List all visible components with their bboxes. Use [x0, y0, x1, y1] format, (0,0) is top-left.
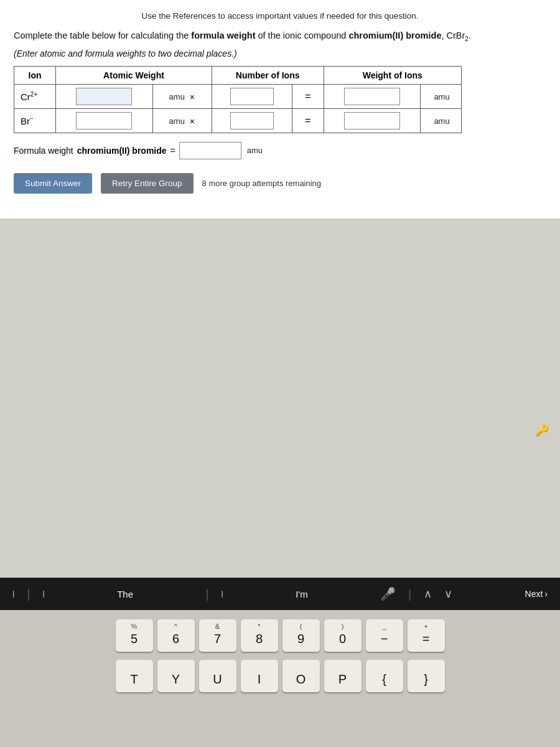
- fw-label-prefix: Formula weight: [14, 146, 73, 156]
- col-header-atomic-weight: Atomic Weight: [56, 66, 212, 84]
- key-p[interactable]: P: [324, 660, 362, 692]
- ion-cr-label: Cr2+: [14, 84, 56, 108]
- dict-word-3[interactable]: The: [117, 589, 133, 599]
- weight-ions-br-cell[interactable]: [324, 108, 421, 133]
- key-9[interactable]: ( 9: [282, 619, 320, 652]
- key-0[interactable]: ) 0: [324, 619, 362, 652]
- chevron-down-icon[interactable]: ∨: [444, 587, 452, 601]
- key-t[interactable]: T: [116, 660, 153, 692]
- next-chevron-icon: ›: [544, 589, 548, 599]
- dict-sep-1: |: [27, 587, 30, 601]
- keyboard-area: % 5 ^ 6 & 7 * 8 ( 9 ) 0 _ − + =: [0, 610, 560, 747]
- key-6[interactable]: ^ 6: [157, 619, 195, 652]
- italic-note: (Enter atomic and formula weights to two…: [14, 49, 546, 59]
- key-close-brace[interactable]: }: [408, 660, 445, 692]
- key-minus[interactable]: _ −: [366, 619, 403, 652]
- fw-label-eq: =: [170, 146, 175, 156]
- top-note: Use the References to access important v…: [14, 11, 546, 21]
- instructions-text: Complete the table below for calculating…: [14, 29, 546, 44]
- weight-ions-br-input[interactable]: [344, 112, 400, 129]
- atomic-weight-cr-input[interactable]: [76, 88, 132, 105]
- equals-cr: =: [292, 84, 324, 108]
- retry-entire-group-button[interactable]: Retry Entire Group: [101, 173, 194, 194]
- fw-label-bold: chromium(II) bromide: [77, 146, 167, 156]
- amu-cr-2: amu: [421, 84, 462, 108]
- atomic-weight-cr-cell[interactable]: [56, 84, 153, 108]
- microphone-icon[interactable]: 🎤: [380, 586, 396, 601]
- attempts-remaining: 8 more group attempts remaining: [202, 179, 321, 188]
- table-row-br: Br− amu × = amu: [14, 108, 462, 133]
- formula-table: Ion Atomic Weight Number of Ions Weight …: [14, 66, 462, 133]
- key-u[interactable]: U: [199, 660, 236, 692]
- fw-unit: amu: [247, 146, 263, 155]
- key-equals[interactable]: + =: [408, 619, 445, 652]
- amu-br-2: amu: [421, 108, 462, 133]
- equals-br: =: [292, 108, 324, 133]
- num-ions-cr-input[interactable]: [230, 88, 274, 105]
- amu-br-1: amu ×: [152, 108, 212, 133]
- num-ions-br-cell[interactable]: [212, 108, 292, 133]
- col-header-num-ions: Number of Ions: [212, 66, 324, 84]
- next-button[interactable]: Next ›: [525, 589, 548, 599]
- num-ions-br-input[interactable]: [230, 112, 274, 129]
- key-i[interactable]: I: [241, 660, 278, 692]
- button-row: Submit Answer Retry Entire Group 8 more …: [14, 173, 546, 194]
- key-open-brace[interactable]: {: [366, 660, 403, 692]
- num-ions-cr-cell[interactable]: [212, 84, 292, 108]
- key-5[interactable]: % 5: [116, 619, 153, 652]
- content-area: Use the References to access important v…: [0, 0, 560, 218]
- atomic-weight-br-cell[interactable]: [56, 108, 153, 133]
- weight-ions-cr-cell[interactable]: [324, 84, 421, 108]
- weight-ions-cr-input[interactable]: [344, 88, 400, 105]
- dictation-bar: l | l The | l I'm 🎤 | ∧ ∨ Next ›: [0, 578, 560, 610]
- key-7[interactable]: & 7: [199, 619, 236, 652]
- col-header-ion: Ion: [14, 66, 56, 84]
- dict-word-1[interactable]: l: [12, 589, 14, 599]
- lock-icon: 🔑: [535, 423, 549, 437]
- dict-word-4[interactable]: l: [222, 589, 223, 599]
- dict-word-5[interactable]: I'm: [296, 589, 308, 599]
- key-y[interactable]: Y: [157, 660, 195, 692]
- ion-br-label: Br−: [14, 108, 56, 133]
- header-note-text: Use the References to access important v…: [142, 11, 419, 21]
- key-8[interactable]: * 8: [241, 619, 278, 652]
- formula-weight-row: Formula weight chromium(II) bromide = am…: [14, 142, 546, 159]
- keyboard-row-tyuiop: T Y U I O P { }: [0, 657, 560, 692]
- col-header-weight-ions: Weight of Ions: [324, 66, 461, 84]
- dict-sep-3: |: [408, 587, 411, 601]
- dict-sep-2: |: [205, 587, 208, 601]
- atomic-weight-br-input[interactable]: [76, 112, 132, 129]
- chevron-up-icon[interactable]: ∧: [424, 587, 432, 601]
- key-o[interactable]: O: [282, 660, 320, 692]
- formula-weight-input[interactable]: [179, 142, 241, 159]
- table-row-cr: Cr2+ amu × = amu: [14, 84, 462, 108]
- amu-cr-1: amu ×: [152, 84, 212, 108]
- submit-answer-button[interactable]: Submit Answer: [14, 173, 92, 194]
- dict-word-2[interactable]: l: [43, 589, 45, 599]
- keyboard-row-numbers: % 5 ^ 6 & 7 * 8 ( 9 ) 0 _ − + =: [0, 616, 560, 652]
